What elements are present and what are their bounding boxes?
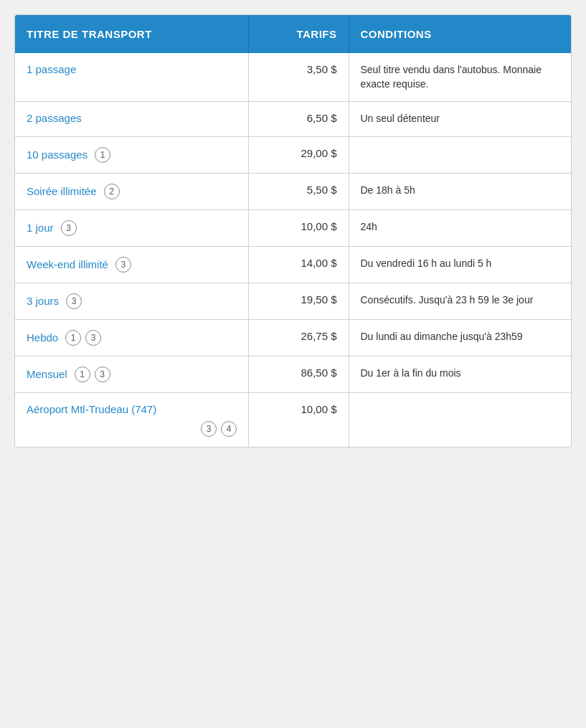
tarif-value: 86,50 $ (301, 367, 336, 379)
badge-3: 3 (201, 421, 217, 437)
title-text: Aéroport Mtl-Trudeau (747) (27, 403, 156, 415)
condition-text: 24h (361, 221, 377, 232)
tarif-cell: 10,00 $ (249, 209, 349, 246)
badge-3: 3 (95, 367, 110, 382)
header-conditions: CONDITIONS (349, 15, 571, 53)
condition-text: Du 1er à la fin du mois (361, 367, 461, 379)
table-row: 1 passage3,50 $Seul titre vendu dans l'a… (15, 53, 571, 102)
badge-4: 4 (221, 421, 237, 437)
condition-cell: 24h (349, 209, 571, 246)
condition-cell: Un seul détenteur (349, 102, 571, 137)
table-row: 3 jours319,50 $Consécutifs. Jusqu'à 23 h… (15, 283, 571, 319)
tarif-cell: 3,50 $ (249, 53, 349, 102)
title-inner: 2 passages (27, 112, 237, 124)
tarif-value: 5,50 $ (307, 184, 337, 196)
title-cell: Hebdo13 (15, 319, 249, 356)
tarif-value: 14,00 $ (301, 257, 336, 269)
header-tarifs: TARIFS (249, 15, 349, 53)
tarif-cell: 10,00 $ (249, 392, 349, 447)
badge-3: 3 (61, 220, 77, 236)
condition-cell: Consécutifs. Jusqu'à 23 h 59 le 3e jour (349, 283, 571, 319)
title-cell: Aéroport Mtl-Trudeau (747)34 (15, 392, 249, 447)
condition-cell (349, 136, 571, 173)
title-cell: Mensuel13 (15, 356, 249, 392)
condition-cell (349, 392, 571, 447)
title-text: Mensuel (27, 368, 67, 380)
tarif-cell: 5,50 $ (249, 173, 349, 209)
condition-cell: Seul titre vendu dans l'autobus. Monnaie… (349, 53, 571, 102)
title-text: 2 passages (27, 112, 82, 124)
title-cell: Week-end illimité3 (15, 246, 249, 283)
condition-text: Du vendredi 16 h au lundi 5 h (361, 257, 492, 269)
header-titre: TITRE DE TRANSPORT (15, 15, 249, 53)
title-cell: 2 passages (15, 102, 249, 137)
title-text: 1 jour (27, 222, 54, 234)
transport-table: TITRE DE TRANSPORT TARIFS CONDITIONS 1 p… (14, 14, 572, 448)
badge-2: 2 (104, 184, 120, 199)
title-inner: 10 passages1 (27, 147, 237, 163)
badge-1: 1 (65, 330, 81, 346)
tarif-cell: 29,00 $ (249, 136, 349, 173)
title-cell: 1 jour3 (15, 209, 249, 246)
condition-text: Du lundi au dimanche jusqu'à 23h59 (361, 331, 523, 342)
badge-1: 1 (75, 367, 90, 382)
table-row: 10 passages129,00 $ (15, 136, 571, 173)
condition-cell: Du vendredi 16 h au lundi 5 h (349, 246, 571, 283)
title-text: 3 jours (27, 295, 59, 307)
table-row: Mensuel1386,50 $Du 1er à la fin du mois (15, 356, 571, 392)
badge-3: 3 (85, 330, 101, 346)
condition-cell: Du lundi au dimanche jusqu'à 23h59 (349, 319, 571, 356)
title-inner: 1 passage (27, 63, 237, 75)
title-text: 10 passages (27, 148, 88, 161)
condition-text: Consécutifs. Jusqu'à 23 h 59 le 3e jour (361, 294, 534, 306)
title-cell: 10 passages1 (15, 136, 249, 173)
tarif-cell: 86,50 $ (249, 356, 349, 392)
title-text: Hebdo (27, 331, 58, 344)
table-row: 2 passages6,50 $Un seul détenteur (15, 102, 571, 137)
title-cell: 1 passage (15, 53, 249, 102)
title-inner: 3 jours3 (27, 293, 237, 309)
title-text: 1 passage (27, 63, 76, 75)
badge-1: 1 (95, 147, 110, 163)
condition-text: De 18h à 5h (361, 184, 415, 196)
title-text: Soirée illimitée (27, 185, 97, 197)
title-inner: Hebdo13 (27, 330, 237, 346)
tarif-value: 26,75 $ (301, 330, 336, 342)
badge-3: 3 (66, 293, 82, 309)
table-row: Week-end illimité314,00 $Du vendredi 16 … (15, 246, 571, 283)
title-inner: Week-end illimité3 (27, 257, 237, 273)
title-inner: Mensuel13 (27, 367, 237, 382)
tarif-cell: 6,50 $ (249, 102, 349, 137)
table-header-row: TITRE DE TRANSPORT TARIFS CONDITIONS (15, 15, 571, 53)
badges-container: 34 (27, 421, 237, 437)
tarif-value: 19,50 $ (301, 293, 336, 306)
title-text: Week-end illimité (27, 258, 108, 270)
tarif-cell: 14,00 $ (249, 246, 349, 283)
tarif-value: 29,00 $ (301, 147, 336, 159)
title-inner: 1 jour3 (27, 220, 237, 236)
tarif-cell: 26,75 $ (249, 319, 349, 356)
condition-text: Seul titre vendu dans l'autobus. Monnaie… (361, 64, 542, 90)
condition-cell: Du 1er à la fin du mois (349, 356, 571, 392)
table-row: Aéroport Mtl-Trudeau (747)3410,00 $ (15, 392, 571, 447)
condition-text: Un seul détenteur (361, 113, 440, 124)
tarif-value: 6,50 $ (307, 112, 337, 124)
title-cell: Soirée illimitée2 (15, 173, 249, 209)
table-row: Hebdo1326,75 $Du lundi au dimanche jusqu… (15, 319, 571, 356)
table-row: 1 jour310,00 $24h (15, 209, 571, 246)
table-row: Soirée illimitée25,50 $De 18h à 5h (15, 173, 571, 209)
tarif-cell: 19,50 $ (249, 283, 349, 319)
tarif-value: 10,00 $ (301, 403, 336, 415)
condition-cell: De 18h à 5h (349, 173, 571, 209)
title-cell: 3 jours3 (15, 283, 249, 319)
badge-3: 3 (115, 257, 131, 273)
tarif-value: 10,00 $ (301, 220, 336, 232)
tarif-value: 3,50 $ (307, 63, 337, 75)
title-inner: Soirée illimitée2 (27, 184, 237, 199)
